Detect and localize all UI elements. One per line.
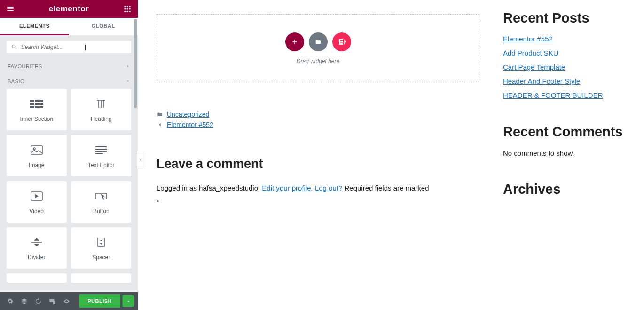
main-area: Drag widget here Uncategorized Elementor…	[138, 0, 644, 310]
video-icon	[30, 189, 44, 203]
collapse-panel-icon[interactable]	[137, 151, 143, 169]
elementor-panel: elementor ELEMENTS GLOBAL I FAVOURITES B…	[0, 0, 138, 310]
template-button[interactable]	[309, 32, 328, 51]
search-input[interactable]	[21, 44, 126, 50]
svg-point-19	[33, 148, 35, 150]
meta-breadcrumb-row: Elementor #552	[157, 121, 479, 128]
category-label: BASIC	[8, 79, 24, 84]
search-icon	[11, 44, 17, 50]
hamburger-icon[interactable]	[6, 4, 15, 14]
recent-posts-heading: Recent Posts	[503, 9, 630, 26]
blog-sidebar: Recent Posts Elementor #552 Add Product …	[498, 0, 644, 310]
widget-grid: Inner Section Heading Image Text Editor …	[0, 89, 138, 287]
widget-text-editor[interactable]: Text Editor	[71, 135, 132, 176]
panel-tabs: ELEMENTS GLOBAL	[0, 18, 138, 35]
logout-link[interactable]: Log out?	[315, 184, 342, 192]
list-item: Cart Page Template	[503, 63, 630, 72]
search-wrap: I	[0, 35, 138, 59]
responsive-icon[interactable]	[46, 295, 58, 307]
widget-divider[interactable]: Divider	[7, 227, 67, 269]
svg-point-1	[127, 6, 128, 7]
panel-header: elementor	[0, 0, 138, 18]
svg-rect-16	[35, 106, 39, 108]
required-asterisk: *	[157, 197, 479, 208]
svg-rect-15	[30, 106, 34, 108]
tab-elements[interactable]: ELEMENTS	[0, 18, 69, 35]
text-cursor-icon: I	[85, 44, 86, 52]
image-icon	[30, 143, 44, 157]
tab-global[interactable]: GLOBAL	[69, 18, 138, 35]
divider-icon	[30, 235, 44, 249]
list-item: HEADER & FOOTER BUILDER	[503, 91, 630, 100]
svg-rect-20	[95, 146, 107, 147]
meta-category-row: Uncategorized	[157, 111, 479, 118]
svg-point-4	[127, 8, 128, 10]
elementskit-button[interactable]	[332, 32, 351, 51]
svg-rect-18	[31, 146, 42, 154]
category-favourites[interactable]: FAVOURITES	[0, 59, 138, 74]
publish-button[interactable]: PUBLISH	[79, 294, 120, 308]
logged-in-text: Logged in as hafsa_xpeedstudio.	[157, 184, 262, 192]
recent-posts-section: Recent Posts Elementor #552 Add Product …	[503, 9, 630, 100]
post-link[interactable]: Elementor #552	[503, 35, 553, 43]
widget-video[interactable]: Video	[7, 181, 67, 223]
edit-profile-link[interactable]: Edit your profile	[262, 184, 311, 192]
widget-partial-2[interactable]	[71, 273, 132, 283]
scrollbar-thumb[interactable]	[134, 19, 137, 108]
apps-grid-icon[interactable]	[123, 4, 132, 14]
publish-caret[interactable]	[122, 295, 134, 307]
add-section-button[interactable]	[285, 32, 304, 51]
svg-point-6	[124, 11, 126, 12]
chevron-left-icon	[157, 121, 163, 128]
widget-label: Inner Section	[20, 116, 53, 122]
widget-label: Divider	[28, 254, 45, 261]
gear-icon[interactable]	[4, 295, 16, 307]
canvas: Drag widget here Uncategorized Elementor…	[138, 0, 498, 310]
post-link[interactable]: Add Product SKU	[503, 49, 558, 57]
widget-label: Button	[93, 208, 110, 215]
list-item: Elementor #552	[503, 35, 630, 43]
heading-icon	[94, 97, 108, 111]
preview-icon[interactable]	[60, 295, 72, 307]
svg-rect-11	[39, 100, 43, 102]
chevron-right-icon	[126, 64, 130, 69]
post-link[interactable]: HEADER & FOOTER BUILDER	[503, 91, 603, 99]
category-link[interactable]: Uncategorized	[167, 111, 209, 118]
no-comments-text: No comments to show.	[503, 149, 630, 157]
post-link[interactable]: Header And Footer Style	[503, 77, 580, 85]
comment-heading: Leave a comment	[157, 157, 479, 171]
svg-rect-10	[35, 100, 39, 102]
widget-label: Image	[29, 162, 44, 168]
widget-inner-section[interactable]: Inner Section	[7, 89, 67, 130]
prev-post-link[interactable]: Elementor #552	[167, 121, 213, 128]
folder-icon	[314, 38, 322, 46]
svg-rect-9	[30, 100, 34, 102]
comment-status: Logged in as hafsa_xpeedstudio. Edit you…	[157, 183, 479, 208]
widget-heading[interactable]: Heading	[71, 89, 132, 130]
button-icon	[94, 189, 108, 203]
widget-partial-1[interactable]	[7, 273, 67, 283]
panel-footer: PUBLISH	[0, 292, 138, 310]
plus-icon	[291, 38, 298, 46]
post-link[interactable]: Cart Page Template	[503, 63, 565, 71]
svg-rect-13	[35, 103, 39, 105]
widget-label: Text Editor	[88, 162, 115, 168]
widget-image[interactable]: Image	[7, 135, 67, 176]
svg-rect-23	[95, 153, 103, 154]
ek-icon	[338, 38, 346, 46]
dropzone-text: Drag widget here	[297, 58, 339, 64]
history-icon[interactable]	[32, 295, 44, 307]
category-basic[interactable]: BASIC	[0, 74, 138, 89]
svg-rect-26	[98, 238, 104, 246]
list-item: Header And Footer Style	[503, 77, 630, 86]
dropzone[interactable]: Drag widget here	[157, 14, 479, 82]
archives-section: Archives	[503, 181, 630, 198]
widget-spacer[interactable]: Spacer	[71, 227, 132, 269]
svg-rect-17	[39, 106, 43, 108]
widget-button[interactable]: Button	[71, 181, 132, 223]
svg-rect-14	[39, 103, 43, 105]
list-item: Add Product SKU	[503, 49, 630, 57]
navigator-icon[interactable]	[18, 295, 30, 307]
svg-rect-21	[95, 149, 107, 150]
folder-icon	[157, 111, 163, 118]
